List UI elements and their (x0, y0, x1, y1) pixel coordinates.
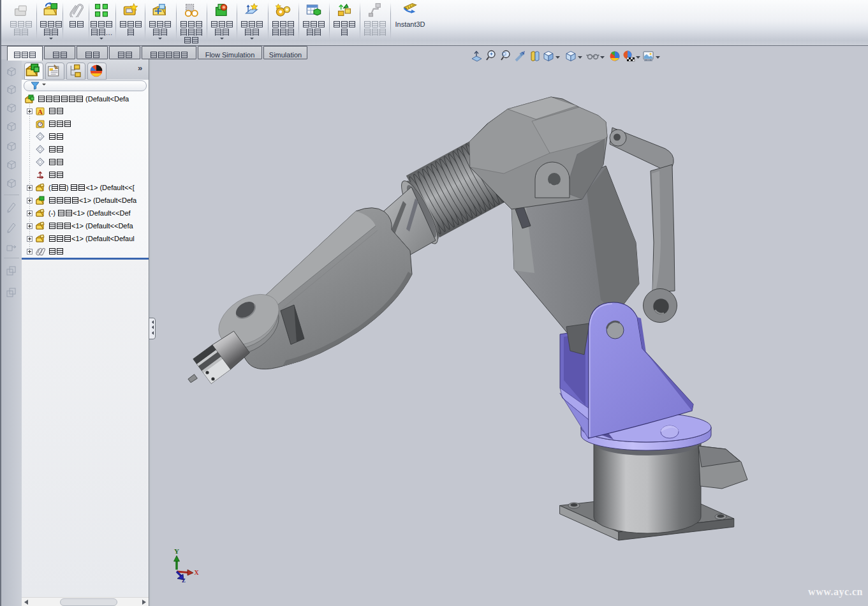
svg-text:www.ayc.cn: www.ayc.cn (808, 586, 863, 598)
svg-text:X: X (194, 569, 199, 576)
svg-text:Y: Y (174, 547, 179, 555)
svg-text:Z: Z (182, 577, 186, 584)
svg-text:A: A (38, 108, 43, 115)
